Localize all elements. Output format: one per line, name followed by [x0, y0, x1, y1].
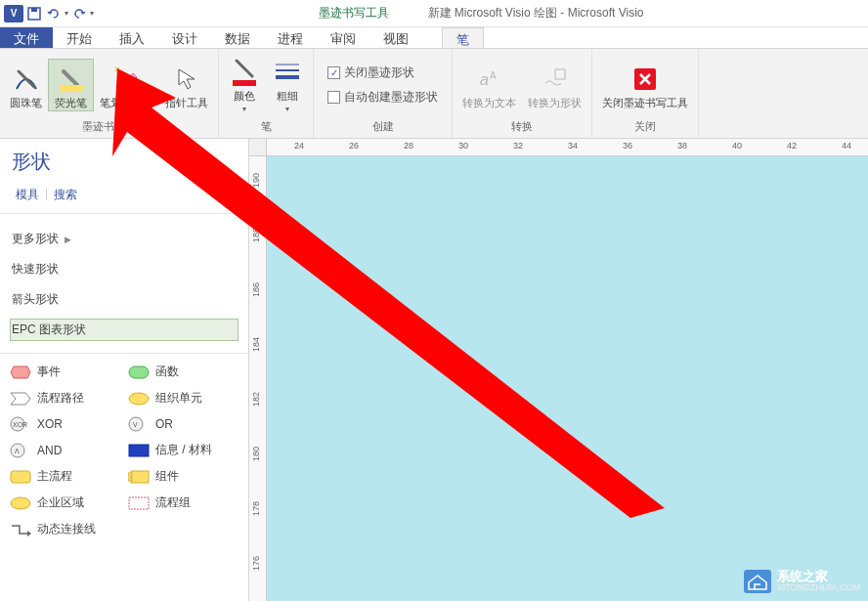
svg-text:A: A [490, 70, 497, 81]
undo-dropdown-icon[interactable]: ▾ [65, 9, 68, 18]
color-icon [229, 55, 260, 90]
auto-create-ink-checkbox[interactable]: 自动创建墨迹形状 [322, 87, 444, 107]
epc-shapes-item[interactable]: EPC 图表形状 [10, 319, 239, 341]
svg-rect-13 [129, 366, 149, 378]
eraser-icon [111, 62, 143, 97]
tab-file[interactable]: 文件 [0, 27, 53, 48]
quick-shapes-item[interactable]: 快速形状 [10, 258, 239, 280]
svg-rect-26 [128, 478, 132, 481]
svg-rect-1 [31, 8, 37, 12]
shape-xor[interactable]: XOR XOR [10, 416, 120, 432]
shape-process-group[interactable]: 流程组 [128, 494, 239, 511]
pointer-tool-button[interactable]: 指针工具 [159, 60, 214, 110]
redo-icon[interactable] [70, 5, 88, 22]
watermark: 系统之家 XITONGZHIJIA.COM [744, 570, 860, 593]
svg-point-27 [11, 497, 30, 509]
vertical-ruler: 190 188 186 184 182 180 178 176 174 [249, 156, 267, 601]
svg-rect-24 [131, 471, 149, 483]
convert-to-text-button[interactable]: aA 转换为文本 [456, 60, 522, 110]
shape-dynamic-connector[interactable]: 动态连接线 [10, 521, 239, 537]
pointer-icon [171, 62, 202, 97]
svg-rect-25 [128, 473, 132, 476]
stencil-grid: 事件 函数 流程路径 组织单元 XOR XOR [0, 358, 248, 543]
svg-marker-14 [11, 393, 30, 405]
visio-app-icon: V [4, 5, 23, 22]
tab-process[interactable]: 进程 [264, 27, 317, 48]
svg-rect-23 [11, 471, 30, 483]
convert-text-icon: aA [474, 62, 505, 97]
svg-marker-3 [121, 73, 137, 89]
tab-pen[interactable]: 笔 [442, 27, 484, 48]
ribbon-tabs: 文件 开始 插入 设计 数据 进程 审阅 视图 笔 [0, 27, 868, 49]
drawing-canvas[interactable] [267, 156, 868, 601]
canvas-area: 24 26 28 30 32 34 36 38 40 42 44 190 188… [249, 139, 868, 601]
tab-design[interactable]: 设计 [158, 27, 211, 48]
search-tab[interactable]: 搜索 [48, 183, 83, 207]
tab-review[interactable]: 审阅 [317, 27, 369, 48]
shapes-title: 形状 [0, 139, 248, 183]
stencils-tab[interactable]: 模具 [10, 183, 45, 207]
shape-enterprise-area[interactable]: 企业区域 [10, 494, 120, 511]
shape-and[interactable]: Λ AND [10, 442, 120, 458]
shapes-panel: 形状 模具 | 搜索 更多形状 ▶ 快速形状 箭头形状 EPC 图表形状 事件 [0, 139, 249, 601]
shape-main-process[interactable]: 主流程 [10, 468, 120, 485]
weight-button[interactable]: 粗细▾ [266, 53, 309, 117]
weight-icon [272, 55, 303, 90]
undo-icon[interactable] [45, 5, 63, 22]
svg-text:a: a [480, 71, 489, 88]
pen-icon [11, 62, 42, 97]
svg-marker-29 [27, 531, 31, 537]
ruler-corner [249, 139, 267, 156]
svg-rect-28 [129, 497, 149, 509]
shape-function[interactable]: 函数 [128, 364, 239, 380]
svg-point-15 [129, 393, 149, 405]
shape-org-unit[interactable]: 组织单元 [128, 390, 239, 407]
color-button[interactable]: 颜色▾ [223, 53, 266, 117]
svg-text:XOR: XOR [13, 421, 27, 428]
svg-text:Λ: Λ [15, 448, 20, 454]
svg-rect-22 [129, 445, 149, 456]
close-ink-tool-button[interactable]: 关闭墨迹书写工具 [596, 60, 694, 110]
svg-rect-10 [555, 69, 565, 79]
save-icon[interactable] [25, 5, 43, 22]
shape-component[interactable]: 组件 [128, 468, 239, 485]
tab-view[interactable]: 视图 [369, 27, 422, 48]
highlighter-button[interactable]: 荧光笔 [48, 59, 94, 111]
document-title: 新建 Microsoft Visio 绘图 - Microsoft Visio [428, 5, 644, 21]
chevron-down-icon: ▾ [285, 105, 289, 113]
tab-home[interactable]: 开始 [53, 27, 106, 48]
highlighter-icon [56, 62, 87, 97]
svg-rect-2 [60, 85, 83, 91]
close-ink-shape-checkbox[interactable]: ✓ 关闭墨迹形状 [322, 63, 420, 83]
ballpoint-pen-button[interactable]: 圆珠笔 [4, 60, 48, 110]
eraser-button[interactable]: 笔划橡皮擦 [94, 60, 159, 110]
chevron-down-icon: ▾ [242, 105, 246, 113]
checkbox-icon: ✓ [327, 66, 340, 79]
title-bar: V ▾ ▾ 墨迹书写工具 新建 Microsoft Visio 绘图 - Mic… [0, 0, 868, 27]
convert-to-shape-button[interactable]: 转换为形状 [522, 60, 587, 110]
tab-data[interactable]: 数据 [211, 27, 264, 48]
shape-event[interactable]: 事件 [10, 364, 120, 380]
horizontal-ruler: 24 26 28 30 32 34 36 38 40 42 44 [267, 139, 868, 156]
arrow-shapes-item[interactable]: 箭头形状 [10, 288, 239, 311]
checkbox-icon [327, 91, 340, 104]
close-icon [629, 62, 661, 97]
svg-rect-4 [233, 80, 256, 86]
svg-marker-12 [11, 366, 30, 378]
more-shapes-item[interactable]: 更多形状 ▶ [10, 228, 239, 250]
chevron-right-icon: ▶ [65, 235, 71, 244]
shape-or[interactable]: V OR [128, 416, 239, 432]
context-tab-label: 墨迹书写工具 [319, 5, 389, 21]
tab-insert[interactable]: 插入 [106, 27, 158, 48]
ribbon: 圆珠笔 荧光笔 笔划橡皮擦 指针工具 墨迹书写工 [0, 49, 868, 139]
shape-info-material[interactable]: 信息 / 材料 [128, 442, 239, 458]
convert-shape-icon [540, 62, 571, 97]
svg-text:V: V [133, 421, 138, 428]
shape-process-path[interactable]: 流程路径 [10, 390, 120, 407]
watermark-logo-icon [744, 570, 771, 593]
